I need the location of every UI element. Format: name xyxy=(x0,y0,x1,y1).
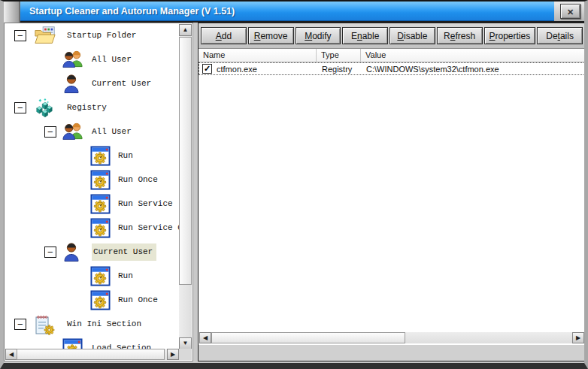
properties-button[interactable]: Properties xyxy=(484,27,536,44)
run-key-icon xyxy=(90,290,111,311)
tree-item-label: Current User xyxy=(92,79,151,88)
tree-item-run-service[interactable]: Run Service xyxy=(5,192,179,216)
all-users-icon xyxy=(62,122,83,143)
list-panel: AddRemoveModifyEnableDisableRefreshPrope… xyxy=(198,23,586,361)
scroll-right-button[interactable] xyxy=(167,349,179,360)
enable-button[interactable]: Enable xyxy=(342,27,388,44)
tree-item-run[interactable]: Run xyxy=(5,265,179,289)
name-cell: ctfmon.exe xyxy=(199,64,317,74)
scrollbar-corner xyxy=(179,349,192,360)
run-key-icon xyxy=(90,170,111,191)
scroll-down-button[interactable] xyxy=(179,337,192,349)
run-key-icon xyxy=(90,194,111,215)
vertical-scrollbar-thumb[interactable] xyxy=(179,37,192,285)
run-key-icon xyxy=(90,146,111,167)
tree-item-load-section[interactable]: Load Section xyxy=(5,337,179,349)
column-header-type[interactable]: Type xyxy=(317,49,361,62)
window-title: Startup Cleaner and Autorun Manager (V 1… xyxy=(29,6,235,17)
tree-item-run[interactable]: Run xyxy=(5,144,179,168)
tree-item-label: Run Service Once xyxy=(118,223,179,232)
main-content: Startup FolderAll UserCurrent UserRegist… xyxy=(4,23,584,361)
all-users-icon xyxy=(62,50,83,71)
scroll-left-button[interactable] xyxy=(199,332,211,343)
list-horizontal-scrollbar[interactable] xyxy=(199,332,584,343)
disable-button[interactable]: Disable xyxy=(389,27,435,44)
system-menu-box[interactable] xyxy=(4,2,20,23)
tree-item-label: Run xyxy=(118,151,133,160)
column-header-value[interactable]: Value xyxy=(361,49,585,62)
remove-button[interactable]: Remove xyxy=(248,27,294,44)
tree-panel: Startup FolderAll UserCurrent UserRegist… xyxy=(4,23,193,361)
horizontal-scrollbar-thumb[interactable] xyxy=(211,332,405,343)
details-button[interactable]: Details xyxy=(537,27,583,44)
collapse-minus-icon[interactable] xyxy=(14,319,26,330)
tree-vertical-scrollbar[interactable] xyxy=(179,24,192,349)
scroll-right-button[interactable] xyxy=(572,332,584,343)
list-header: NameTypeValue xyxy=(199,49,585,62)
value-cell: C:\WINDOWS\system32\ctfmon.exe xyxy=(362,65,584,74)
tree-view: Startup FolderAll UserCurrent UserRegist… xyxy=(5,24,179,349)
list-view: NameTypeValue ctfmon.exeRegistryC:\WINDO… xyxy=(199,48,585,345)
scroll-up-button[interactable] xyxy=(179,24,192,36)
tree-item-label: Run Once xyxy=(118,175,158,184)
tree-item-run-service-once[interactable]: Run Service Once xyxy=(5,216,179,240)
current-user-icon xyxy=(62,74,83,95)
tree-item-label: All User xyxy=(92,55,132,64)
tree-item-current-user[interactable]: Current User xyxy=(5,240,179,265)
panel-footer xyxy=(199,345,585,361)
add-button[interactable]: Add xyxy=(201,27,247,44)
list-row[interactable]: ctfmon.exeRegistryC:\WINDOWS\system32\ct… xyxy=(199,62,585,75)
collapse-minus-icon[interactable] xyxy=(44,247,56,258)
tree-item-label: Run Once xyxy=(118,295,158,304)
row-checkbox[interactable] xyxy=(202,64,212,74)
tree-item-all-user[interactable]: All User xyxy=(5,120,179,144)
current-user-icon xyxy=(62,242,83,263)
startup-folder-icon xyxy=(34,26,55,47)
close-icon xyxy=(567,5,574,18)
tree-item-label: Win Ini Section xyxy=(67,319,141,328)
tree-item-label: Current User xyxy=(92,243,156,261)
tree-item-label: Run xyxy=(118,271,133,280)
tree-item-label: Registry xyxy=(67,103,107,112)
tree-item-win-ini-section[interactable]: Win Ini Section xyxy=(5,313,179,337)
tree-item-current-user[interactable]: Current User xyxy=(5,72,179,96)
run-key-icon xyxy=(90,266,111,287)
title-bar-tail xyxy=(554,2,584,21)
tree-item-label: Run Service xyxy=(118,199,173,208)
scroll-left-button[interactable] xyxy=(5,349,17,360)
registry-icon xyxy=(34,98,55,119)
tree-horizontal-scrollbar[interactable] xyxy=(5,349,179,360)
collapse-minus-icon[interactable] xyxy=(44,126,56,138)
tree-item-run-once[interactable]: Run Once xyxy=(5,168,179,192)
type-cell: Registry xyxy=(317,65,362,74)
tree-item-all-user[interactable]: All User xyxy=(5,48,179,72)
title-bar: Startup Cleaner and Autorun Manager (V 1… xyxy=(4,2,584,23)
tree-item-run-once[interactable]: Run Once xyxy=(5,289,179,313)
horizontal-scrollbar-thumb[interactable] xyxy=(17,349,165,360)
tree-item-label: Startup Folder xyxy=(67,31,136,40)
run-key-icon xyxy=(62,338,83,349)
refresh-button[interactable]: Refresh xyxy=(437,27,483,44)
tree-item-startup-folder[interactable]: Startup Folder xyxy=(5,24,179,48)
toolbar: AddRemoveModifyEnableDisableRefreshPrope… xyxy=(199,23,585,48)
tree-item-registry[interactable]: Registry xyxy=(5,96,179,120)
tree-item-label: All User xyxy=(92,127,132,136)
app-window: Startup Cleaner and Autorun Manager (V 1… xyxy=(0,0,588,369)
title-bar-strip: Startup Cleaner and Autorun Manager (V 1… xyxy=(20,2,554,21)
list-rows: ctfmon.exeRegistryC:\WINDOWS\system32\ct… xyxy=(199,62,585,75)
close-button[interactable] xyxy=(560,4,580,19)
run-key-icon xyxy=(90,218,111,239)
collapse-minus-icon[interactable] xyxy=(14,30,26,41)
collapse-minus-icon[interactable] xyxy=(14,102,26,113)
column-header-name[interactable]: Name xyxy=(199,49,317,62)
modify-button[interactable]: Modify xyxy=(296,27,341,44)
win-ini-icon xyxy=(34,314,55,335)
row-name: ctfmon.exe xyxy=(217,65,257,74)
